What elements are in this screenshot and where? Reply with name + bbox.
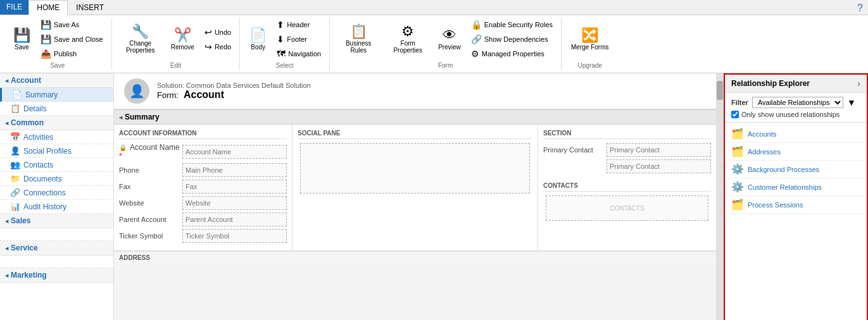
social-pane-header: SOCIAL PANE <box>298 130 532 139</box>
header-icon: ⬆ <box>277 20 284 30</box>
enable-security-button[interactable]: 🔒 Enable Security Roles <box>468 18 556 32</box>
help-icon[interactable]: ? <box>857 3 863 14</box>
undo-button[interactable]: ↩ Undo <box>201 25 234 39</box>
account-arrow: ◂ <box>5 77 8 84</box>
show-dependencies-button[interactable]: 🔗 Show Dependencies <box>468 32 556 46</box>
redo-button[interactable]: ↪ Redo <box>201 40 234 54</box>
addresses-icon: 🗂️ <box>731 145 744 157</box>
audit-icon: 📊 <box>10 202 20 211</box>
contacts-icon: 👥 <box>10 160 20 169</box>
social-pane-placeholder <box>300 143 530 194</box>
right-panel-item-addresses[interactable]: 🗂️ Addresses <box>725 143 867 161</box>
merge-forms-icon: 🔀 <box>581 28 598 42</box>
sidebar-section-marketing[interactable]: ◂ Marketing <box>0 268 113 283</box>
parent-account-input[interactable] <box>182 212 287 226</box>
remove-button[interactable]: ✂️ Remove <box>167 23 199 56</box>
form-properties-button[interactable]: ⚙ Form Properties <box>384 23 431 56</box>
business-rules-icon: 📋 <box>350 25 367 39</box>
form-columns: ACCOUNT INFORMATION 🔒 Account Name * Pho… <box>114 125 716 251</box>
save-button[interactable]: 💾 Save <box>9 23 35 56</box>
social-profiles-icon: 👤 <box>10 146 20 156</box>
process-sessions-icon: 🗂️ <box>731 199 744 211</box>
form-group-label: Form <box>335 61 556 70</box>
footer-button[interactable]: ⬇ Footer <box>274 32 324 46</box>
form-label: Form: <box>157 90 179 100</box>
header-button[interactable]: ⬆ Header <box>274 18 324 32</box>
managed-properties-icon: ⚙ <box>471 49 479 59</box>
right-panel-header: Relationship Explorer › <box>725 75 867 93</box>
address-label: ADDRESS <box>114 251 716 264</box>
sidebar-item-details[interactable]: 📋 Details <box>0 102 113 116</box>
scroll-bar[interactable] <box>716 73 724 320</box>
activities-icon: 📅 <box>10 132 20 142</box>
business-rules-button[interactable]: 📋 Business Rules <box>335 23 382 56</box>
navigation-icon: 🗺 <box>277 49 286 59</box>
phone-field: Phone <box>119 163 287 177</box>
ribbon-group-upgrade: 🔀 Merge Forms Upgrade <box>562 18 618 70</box>
right-panel-filter: Filter Available RelationshipsAll Relati… <box>725 93 867 123</box>
right-panel-item-process-sessions[interactable]: 🗂️ Process Sessions <box>725 196 867 214</box>
sidebar-section-common[interactable]: ◂ Common <box>0 116 113 130</box>
filter-label: Filter <box>731 99 748 106</box>
summary-section-header[interactable]: ◂ Summary <box>114 109 716 125</box>
save-close-button[interactable]: 💾 Save and Close <box>37 32 106 46</box>
customer-relationships-icon: ⚙️ <box>731 181 744 193</box>
right-panel-chevron[interactable]: › <box>857 78 860 89</box>
save-label: Save <box>15 44 29 51</box>
sidebar-item-documents[interactable]: 📁 Documents <box>0 172 113 186</box>
sidebar-item-connections[interactable]: 🔗 Connections <box>0 186 113 200</box>
documents-icon: 📁 <box>10 174 20 183</box>
change-properties-button[interactable]: 🔧 Change Properties <box>117 23 164 56</box>
sidebar-section-sales[interactable]: ◂ Sales <box>0 214 113 228</box>
sidebar-item-summary[interactable]: 📄 Summary <box>0 88 113 102</box>
tab-home[interactable]: HOME <box>28 0 68 15</box>
sidebar: ◂ Account 📄 Summary 📋 Details ◂ Common 📅… <box>0 73 114 320</box>
fax-input[interactable] <box>182 180 287 194</box>
preview-button[interactable]: 👁 Preview <box>434 23 465 56</box>
sales-arrow: ◂ <box>5 218 8 225</box>
right-panel-item-customer-relationships[interactable]: ⚙️ Customer Relationships <box>725 178 867 196</box>
right-panel-item-background-processes[interactable]: ⚙️ Background Processes <box>725 161 867 178</box>
phone-input[interactable] <box>182 163 287 177</box>
save-as-button[interactable]: 💾 Save As <box>37 18 106 32</box>
tab-insert[interactable]: INSERT <box>68 0 112 15</box>
managed-properties-button[interactable]: ⚙ Managed Properties <box>468 47 556 61</box>
right-panel-item-accounts[interactable]: 🗂️ Accounts <box>725 125 867 143</box>
form-name: Account <box>184 89 224 101</box>
undo-icon: ↩ <box>204 27 212 37</box>
sidebar-item-contacts[interactable]: 👥 Contacts <box>0 158 113 172</box>
scroll-thumb[interactable] <box>717 81 723 100</box>
navigation-button[interactable]: 🗺 Navigation <box>274 47 324 61</box>
primary-contact-field-2 <box>543 159 711 173</box>
ticker-symbol-input[interactable] <box>182 229 287 243</box>
merge-forms-button[interactable]: 🔀 Merge Forms <box>567 23 613 56</box>
primary-contact-input-2[interactable] <box>607 159 711 173</box>
fax-field: Fax <box>119 180 287 194</box>
service-arrow: ◂ <box>5 245 8 252</box>
unused-relationships-checkbox[interactable] <box>731 111 739 118</box>
sidebar-item-activities[interactable]: 📅 Activities <box>0 130 113 144</box>
tab-file[interactable]: FILE <box>0 0 28 15</box>
redo-icon: ↪ <box>204 42 212 52</box>
show-dependencies-icon: 🔗 <box>471 34 482 44</box>
save-as-icon: 💾 <box>41 20 51 30</box>
accounts-icon: 🗂️ <box>731 128 744 140</box>
right-panel-title: Relationship Explorer <box>731 79 810 88</box>
sidebar-item-social-profiles[interactable]: 👤 Social Profiles <box>0 144 113 158</box>
body-button[interactable]: 📄 Body <box>245 23 271 56</box>
save-close-icon: 💾 <box>41 34 51 44</box>
sidebar-item-audit-history[interactable]: 📊 Audit History <box>0 200 113 214</box>
account-info-header: ACCOUNT INFORMATION <box>119 130 287 139</box>
sidebar-section-account[interactable]: ◂ Account <box>0 73 113 88</box>
checkbox-label: Only show unused relationships <box>741 111 840 118</box>
primary-contact-input[interactable] <box>607 143 711 157</box>
sidebar-section-service[interactable]: ◂ Service <box>0 241 113 255</box>
account-info-column: ACCOUNT INFORMATION 🔒 Account Name * Pho… <box>114 125 292 250</box>
website-input[interactable] <box>182 196 287 210</box>
filter-select[interactable]: Available RelationshipsAll Relationships… <box>752 97 843 108</box>
filter-select-arrow[interactable]: ▼ <box>847 97 856 108</box>
ribbon-group-save: 💾 Save 💾 Save As 💾 Save and Close 📤 Publ… <box>4 18 112 70</box>
account-name-input[interactable] <box>182 145 287 159</box>
publish-button[interactable]: 📤 Publish <box>37 47 106 61</box>
ticker-symbol-field: Ticker Symbol <box>119 229 287 243</box>
